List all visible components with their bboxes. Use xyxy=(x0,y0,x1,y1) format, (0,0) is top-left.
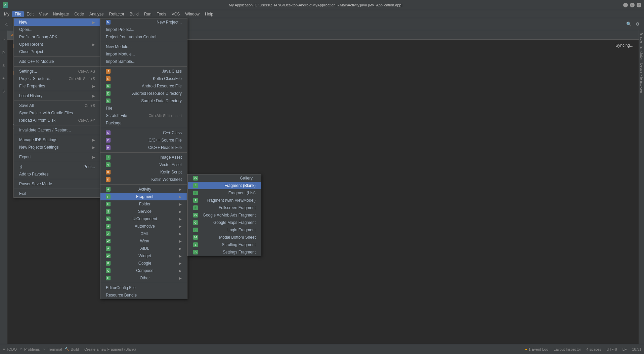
menu-item-reload-disk[interactable]: Reload All from Disk Ctrl+Alt+Y xyxy=(14,117,100,124)
submenu-kotlin-worksheet[interactable]: K Kotlin Worksheet xyxy=(100,176,187,183)
menu-item-manage-ide[interactable]: Manage IDE Settings ▶ xyxy=(14,136,100,144)
menu-code[interactable]: Code xyxy=(72,11,87,17)
submenu-widget[interactable]: W Widget ▶ xyxy=(100,252,187,260)
todo-tab[interactable]: ≡ TODO xyxy=(3,347,17,351)
menu-item-open[interactable]: Open... xyxy=(14,26,100,33)
menu-item-save-all[interactable]: Save All Ctrl+S xyxy=(14,102,100,109)
fragment-scrolling[interactable]: S Scrolling Fragment xyxy=(188,241,261,248)
submenu-fragment[interactable]: F Fragment ▶ xyxy=(100,193,187,200)
submenu-activity[interactable]: A Activity ▶ xyxy=(100,186,187,193)
fragment-login[interactable]: L Login Fragment xyxy=(188,226,261,234)
menu-item-open-recent[interactable]: Open Recent ▶ xyxy=(14,41,100,48)
menu-analyze[interactable]: Analyze xyxy=(87,11,106,17)
menu-item-settings[interactable]: Settings... Ctrl+Alt+S xyxy=(14,68,100,75)
menu-item-local-history[interactable]: Local History ▶ xyxy=(14,92,100,100)
submenu-cpp-class[interactable]: C C++ Class xyxy=(100,129,187,136)
fragment-fullscreen[interactable]: F Fullscreen Fragment xyxy=(188,204,261,211)
project-icon[interactable]: P xyxy=(1,37,7,43)
menu-view[interactable]: View xyxy=(36,11,50,17)
submenu-google[interactable]: G Google ▶ xyxy=(100,260,187,267)
submenu-kotlin-script[interactable]: K Kotlin Script xyxy=(100,168,187,176)
menu-item-project-structure[interactable]: Project Structure... Ctrl+Alt+Shift+S xyxy=(14,75,100,82)
submenu-import-module[interactable]: Import Module... xyxy=(100,50,187,58)
menu-vcs[interactable]: VCS xyxy=(169,11,183,17)
layout-inspector[interactable]: Layout Inspector xyxy=(554,347,581,351)
submenu-android-resource[interactable]: R Android Resource File xyxy=(100,82,187,90)
terminal-tab[interactable]: >_ Terminal xyxy=(42,347,62,351)
maximize-button[interactable]: □ xyxy=(630,3,635,7)
device-explorer-label[interactable]: Device File Explorer xyxy=(639,62,644,94)
submenu-file[interactable]: File xyxy=(100,105,187,112)
submenu-project-from-vcs[interactable]: Project from Version Control... xyxy=(100,33,187,41)
submenu-cpp-header[interactable]: H C/C++ Header File xyxy=(100,144,187,151)
event-log[interactable]: ● 1 Event Log xyxy=(525,347,548,351)
menu-item-new[interactable]: New ▶ xyxy=(14,18,100,26)
submenu-image-asset[interactable]: I Image Asset xyxy=(100,154,187,161)
search-button[interactable]: 🔍 xyxy=(625,21,633,28)
fragment-settings[interactable]: S Settings Fragment xyxy=(188,248,261,256)
submenu-kotlin-class[interactable]: K Kotlin Class/File xyxy=(100,75,187,82)
submenu-vector-asset[interactable]: V Vector Asset xyxy=(100,161,187,168)
submenu-package[interactable]: Package xyxy=(100,119,187,127)
submenu-editorconfig[interactable]: EditorConfig File xyxy=(100,284,187,291)
fragment-viewmodel[interactable]: F Fragment (with ViewModel) xyxy=(188,197,261,204)
emulator-label[interactable]: Emulator xyxy=(639,45,644,61)
menu-item-export[interactable]: Export ▶ xyxy=(14,153,100,161)
submenu-import-sample[interactable]: Import Sample... xyxy=(100,58,187,65)
close-button[interactable]: ✕ xyxy=(637,3,641,7)
submenu-import-project[interactable]: Import Project... xyxy=(100,26,187,33)
submenu-new-module[interactable]: New Module... xyxy=(100,43,187,50)
menu-run[interactable]: Run xyxy=(141,11,154,17)
fragment-blank[interactable]: F Fragment (Blank) xyxy=(188,182,261,189)
menu-navigate[interactable]: Navigate xyxy=(50,11,72,17)
gradle-label[interactable]: Gradle xyxy=(639,32,644,44)
fragment-modal-bottom[interactable]: M Modal Bottom Sheet xyxy=(188,234,261,241)
menu-edit[interactable]: Edit xyxy=(24,11,36,17)
menu-item-print[interactable]: 🖨 Print... xyxy=(14,163,100,170)
favorites-icon[interactable]: ★ xyxy=(1,75,7,81)
menu-window[interactable]: Window xyxy=(182,11,202,17)
menu-item-new-projects-settings[interactable]: New Projects Settings ▶ xyxy=(14,144,100,151)
submenu-java-class[interactable]: J Java Class xyxy=(100,68,187,75)
minimize-button[interactable]: ─ xyxy=(623,3,628,7)
submenu-folder[interactable]: F Folder ▶ xyxy=(100,200,187,208)
submenu-cpp-source[interactable]: C C/C++ Source File xyxy=(100,136,187,144)
build-variants-icon[interactable]: B xyxy=(1,88,7,94)
submenu-automotive[interactable]: A Automotive ▶ xyxy=(100,223,187,230)
menu-item-invalidate-caches[interactable]: Invalidate Caches / Restart... xyxy=(14,126,100,134)
menu-help[interactable]: Help xyxy=(202,11,216,17)
fragment-gallery[interactable]: G Gallery... xyxy=(188,174,261,182)
submenu-resource-bundle[interactable]: Resource Bundle xyxy=(100,291,187,299)
submenu-other[interactable]: O Other ▶ xyxy=(100,274,187,282)
problems-tab[interactable]: ⚠ Problems xyxy=(19,347,40,351)
submenu-new-project[interactable]: N New Project... xyxy=(100,18,187,26)
fragment-admob[interactable]: G Google AdMob Ads Fragment xyxy=(188,211,261,219)
submenu-xml[interactable]: X XML ▶ xyxy=(100,230,187,237)
toolbar-back[interactable]: ◁ xyxy=(3,21,10,28)
settings-button[interactable]: ⚙ xyxy=(634,21,641,28)
submenu-aidl[interactable]: A AIDL ▶ xyxy=(100,245,187,252)
menu-item-close-project[interactable]: Close Project xyxy=(14,48,100,55)
submenu-sample-data-dir[interactable]: S Sample Data Directory xyxy=(100,97,187,105)
resource-manager-icon[interactable]: R xyxy=(1,50,7,56)
window-controls[interactable]: ─ □ ✕ xyxy=(623,3,641,7)
menu-item-profile-apk[interactable]: Profile or Debug APK xyxy=(14,33,100,41)
menu-file[interactable]: File xyxy=(12,11,24,17)
menu-my[interactable]: My xyxy=(1,11,12,17)
menu-item-file-properties[interactable]: File Properties ▶ xyxy=(14,82,100,90)
fragment-list[interactable]: F Fragment (List) xyxy=(188,189,261,197)
submenu-wear[interactable]: W Wear ▶ xyxy=(100,237,187,245)
menu-refactor[interactable]: Refactor xyxy=(106,11,127,17)
submenu-compose[interactable]: C Compose ▶ xyxy=(100,267,187,274)
submenu-service[interactable]: S Service ▶ xyxy=(100,208,187,215)
menu-item-add-favorites[interactable]: Add to Favorites xyxy=(14,170,100,178)
menu-item-exit[interactable]: Exit xyxy=(14,190,100,197)
submenu-android-resource-dir[interactable]: D Android Resource Directory xyxy=(100,90,187,97)
submenu-scratch-file[interactable]: Scratch File Ctrl+Alt+Shift+Insert xyxy=(100,112,187,119)
fragment-maps[interactable]: G Google Maps Fragment xyxy=(188,219,261,226)
submenu-uicomponent[interactable]: U UiComponent ▶ xyxy=(100,215,187,223)
menu-item-add-cpp[interactable]: Add C++ to Module xyxy=(14,58,100,65)
structure-icon[interactable]: S xyxy=(1,63,7,69)
build-tab[interactable]: 🔨 Build xyxy=(65,347,79,351)
menu-item-power-save[interactable]: Power Save Mode xyxy=(14,180,100,188)
